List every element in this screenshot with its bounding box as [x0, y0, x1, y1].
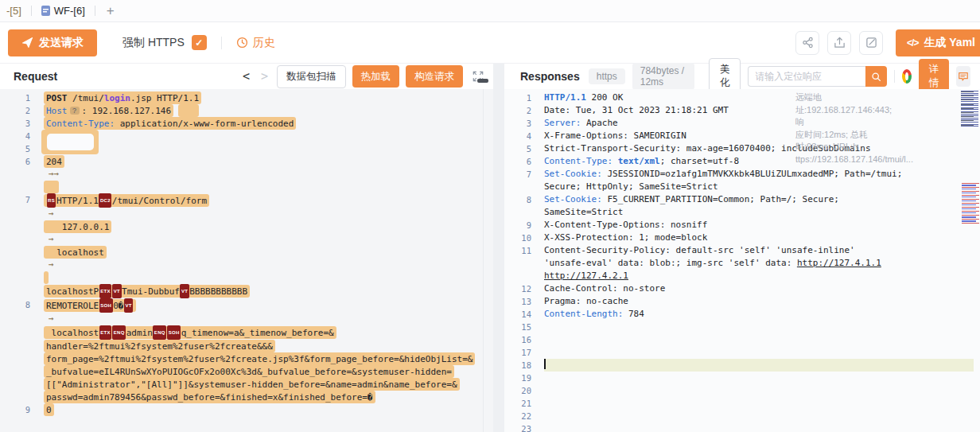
new-tab-button[interactable]: + [100, 3, 121, 19]
code-line[interactable]: 19 [504, 372, 980, 384]
comment-button[interactable] [956, 66, 970, 87]
code-line[interactable]: 12Cache-Control: no-store [504, 282, 980, 295]
line-number: 7 [0, 193, 30, 298]
code-text [612, 156, 618, 166]
code-line[interactable]: 2Host?: 192.168.127.146 [0, 104, 493, 117]
line-number: 6 [504, 155, 531, 168]
line-number: 15 [504, 321, 531, 333]
code-line[interactable]: 1HTTP/1.1 200 OK [504, 91, 980, 104]
request-editor[interactable]: 1POST /tmui/login.jsp HTTP/1.12Host?: 19… [0, 89, 493, 432]
line-number: 8 [504, 193, 531, 219]
code-text: /tmui/Control/form [112, 196, 207, 206]
code-line[interactable]: 8Set-Cookie: F5_CURRENT_PARTITION=Common… [504, 193, 980, 219]
code-text: Host [46, 105, 68, 115]
tab-wf6[interactable]: WF-[6] [37, 5, 90, 17]
code-line[interactable]: 2Date: Tue, 31 Oct 2023 21:18:21 GMT [504, 104, 980, 117]
history-button[interactable]: 历史 [236, 36, 275, 50]
selection-highlight: RSHTTP/1.1DC2/tmui/Control/form→ 127.0.0… [44, 194, 487, 298]
edit-button[interactable] [859, 31, 883, 55]
response-editor[interactable]: 1HTTP/1.1 200 OK2Date: Tue, 31 Oct 2023 … [504, 89, 980, 432]
minimap-colored-blob [962, 183, 980, 224]
code-text [178, 104, 199, 117]
code-line[interactable]: 18 [504, 359, 980, 372]
code-line[interactable]: 6204→→ [0, 155, 493, 193]
code-line[interactable]: 90 [0, 403, 493, 416]
code-text: 784 [623, 309, 644, 319]
response-title: Responses [520, 70, 580, 83]
selection-highlight: REMOTEROLESOH0�VT→ localhostETXENQadminE… [44, 299, 487, 403]
code-line[interactable]: 4 [0, 130, 493, 142]
code-line[interactable]: 11Content-Security-Policy: default-src '… [504, 244, 980, 282]
code-line[interactable]: 22 [504, 410, 980, 422]
export-button[interactable] [827, 31, 851, 55]
tab-wf5[interactable]: -[5] [2, 5, 26, 17]
code-line[interactable]: 5 [0, 142, 493, 155]
code-text: Strict-Transport-Security: max-age=16070… [544, 143, 871, 154]
line-number: 19 [504, 372, 531, 384]
code-line[interactable]: 16 [504, 333, 980, 346]
search-input[interactable] [748, 66, 865, 87]
selection-highlight: Host?: 192.168.127.146 [44, 104, 173, 117]
history-next-button[interactable]: > [259, 69, 270, 84]
code-line[interactable]: 1POST /tmui/login.jsp HTTP/1.1 [0, 91, 493, 104]
line-number: 1 [0, 91, 30, 104]
line-number: 6 [0, 155, 30, 193]
code-line[interactable]: 14Content-Length: 784 [504, 308, 980, 321]
code-line[interactable]: 6Content-Type: text/xml; charset=utf-8 [504, 155, 980, 168]
send-request-button[interactable]: 发送请求 [8, 29, 97, 56]
line-number: 4 [504, 130, 531, 142]
toolbar-icon-group [795, 31, 883, 55]
code-line[interactable]: 20 [504, 384, 980, 397]
url-link[interactable]: http://127.4.1.1 [797, 258, 881, 268]
code-line[interactable]: 10X-XSS-Protection: 1; mode=block [504, 232, 980, 244]
code-text: Date: Tue, 31 Oct 2023 21:18:21 GMT [544, 105, 729, 115]
code-text: Set-Cookie: [544, 169, 602, 179]
history-prev-button[interactable]: < [240, 69, 252, 84]
code-line[interactable]: 5Strict-Transport-Security: max-age=1607… [504, 142, 980, 155]
control-char-badge: ENQ [112, 325, 126, 340]
code-content [544, 372, 974, 384]
code-line[interactable]: 7Set-Cookie: JSESSIONID=oz1afg1mTMVKXkbk… [504, 168, 980, 193]
code-line[interactable]: 9X-Content-Type-Options: nosniff [504, 219, 980, 232]
paper-plane-icon [21, 37, 33, 49]
code-content [544, 422, 974, 432]
force-https-checkbox[interactable] [192, 35, 207, 50]
open-in-chrome-button[interactable] [902, 69, 912, 84]
code-brackets-icon: </> [907, 37, 918, 49]
code-line[interactable]: 3Server: Apache [504, 117, 980, 130]
code-line[interactable]: 13Pragma: no-cache [504, 295, 980, 308]
code-text: : 192.168.127.146 [82, 105, 172, 115]
code-text [881, 258, 887, 268]
packet-scan-button[interactable]: 数据包扫描 [277, 65, 346, 88]
code-text: 0� [113, 301, 123, 311]
tab-bar: -[5] WF-[6] + [0, 0, 980, 22]
search-button[interactable] [865, 66, 887, 87]
code-text: REMOTEROLE [46, 301, 99, 311]
code-content [544, 346, 974, 359]
panel-divider[interactable] [493, 64, 504, 432]
control-char-badge: ETX [99, 284, 112, 298]
code-text: Tmui-Dubbuf [122, 286, 180, 297]
request-scrollbar-thumb[interactable] [477, 79, 488, 83]
code-line[interactable]: 7RSHTTP/1.1DC2/tmui/Control/form→ 127.0.… [0, 193, 493, 298]
code-content: Content-Security-Policy: default-src 'se… [544, 244, 974, 282]
line-number: 21 [504, 397, 531, 410]
code-line[interactable]: 15 [504, 321, 980, 333]
code-line[interactable]: 4X-Frame-Options: SAMEORIGIN [504, 130, 980, 142]
tab-label: WF-[6] [54, 5, 85, 17]
code-line[interactable]: 17 [504, 346, 980, 359]
url-link[interactable]: http://127.4.2.1 [544, 270, 628, 281]
code-text: ; charset=utf-8 [660, 156, 739, 166]
build-request-button[interactable]: 构造请求 [406, 65, 463, 88]
code-line[interactable]: 23 [504, 422, 980, 432]
generate-yaml-button[interactable]: </> 生成 Yaml [896, 29, 980, 56]
hot-reload-button[interactable]: 热加载 [352, 65, 400, 88]
code-line[interactable]: 8REMOTEROLESOH0�VT→ localhostETXENQadmin… [0, 298, 493, 403]
code-line[interactable]: 3Content-Type: application/x-www-form-ur… [0, 117, 493, 130]
code-text: Pragma: no-cache [544, 296, 628, 306]
code-line[interactable]: 21 [504, 397, 980, 410]
main-split: Request < > 数据包扫描 热加载 构造请求 1POST /tmui/l… [0, 64, 980, 432]
line-number: 10 [504, 232, 531, 244]
search-icon [871, 72, 881, 82]
share-button[interactable] [795, 31, 819, 55]
